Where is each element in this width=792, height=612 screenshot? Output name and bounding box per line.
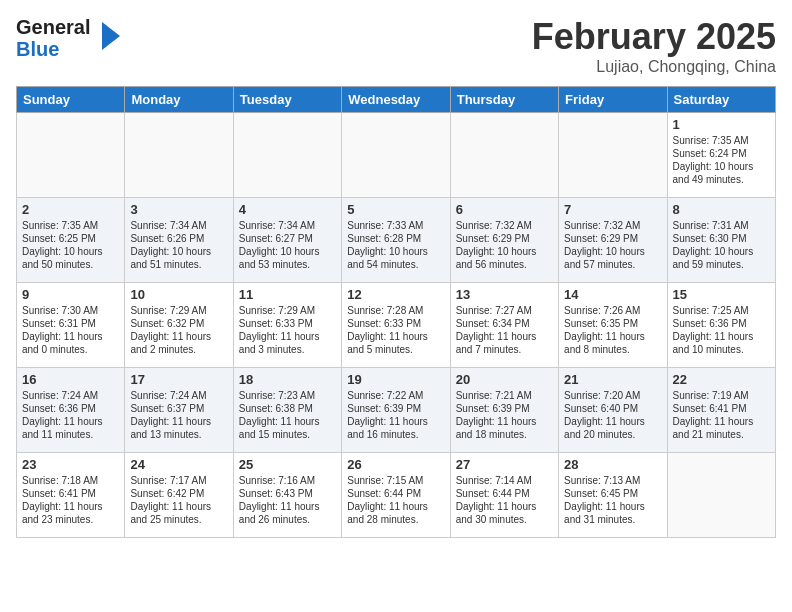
day-info: Daylight: 10 hours and 50 minutes.	[22, 245, 119, 271]
calendar-cell: 9Sunrise: 7:30 AMSunset: 6:31 PMDaylight…	[17, 283, 125, 368]
day-info: Sunrise: 7:18 AM	[22, 474, 119, 487]
day-number: 11	[239, 287, 336, 302]
day-info: Sunset: 6:36 PM	[22, 402, 119, 415]
day-info: Sunset: 6:45 PM	[564, 487, 661, 500]
day-number: 16	[22, 372, 119, 387]
day-info: Daylight: 11 hours and 28 minutes.	[347, 500, 444, 526]
day-number: 5	[347, 202, 444, 217]
day-info: Sunset: 6:24 PM	[673, 147, 770, 160]
calendar-header-saturday: Saturday	[667, 87, 775, 113]
calendar-cell: 11Sunrise: 7:29 AMSunset: 6:33 PMDayligh…	[233, 283, 341, 368]
day-info: Daylight: 11 hours and 10 minutes.	[673, 330, 770, 356]
title-area: February 2025 Lujiao, Chongqing, China	[532, 16, 776, 76]
calendar-cell: 1Sunrise: 7:35 AMSunset: 6:24 PMDaylight…	[667, 113, 775, 198]
day-number: 21	[564, 372, 661, 387]
day-info: Sunset: 6:39 PM	[347, 402, 444, 415]
day-info: Sunset: 6:43 PM	[239, 487, 336, 500]
day-number: 1	[673, 117, 770, 132]
day-info: Sunrise: 7:31 AM	[673, 219, 770, 232]
day-number: 3	[130, 202, 227, 217]
day-number: 6	[456, 202, 553, 217]
day-info: Sunrise: 7:19 AM	[673, 389, 770, 402]
day-number: 4	[239, 202, 336, 217]
day-number: 22	[673, 372, 770, 387]
day-number: 18	[239, 372, 336, 387]
day-number: 14	[564, 287, 661, 302]
calendar-week-1: 2Sunrise: 7:35 AMSunset: 6:25 PMDaylight…	[17, 198, 776, 283]
calendar-cell	[450, 113, 558, 198]
calendar-cell: 12Sunrise: 7:28 AMSunset: 6:33 PMDayligh…	[342, 283, 450, 368]
location: Lujiao, Chongqing, China	[532, 58, 776, 76]
day-info: Daylight: 11 hours and 2 minutes.	[130, 330, 227, 356]
calendar-header-sunday: Sunday	[17, 87, 125, 113]
day-info: Sunset: 6:33 PM	[347, 317, 444, 330]
day-number: 8	[673, 202, 770, 217]
day-info: Sunrise: 7:13 AM	[564, 474, 661, 487]
day-info: Sunrise: 7:24 AM	[130, 389, 227, 402]
calendar-week-3: 16Sunrise: 7:24 AMSunset: 6:36 PMDayligh…	[17, 368, 776, 453]
calendar-cell: 18Sunrise: 7:23 AMSunset: 6:38 PMDayligh…	[233, 368, 341, 453]
calendar-cell: 22Sunrise: 7:19 AMSunset: 6:41 PMDayligh…	[667, 368, 775, 453]
day-info: Daylight: 11 hours and 16 minutes.	[347, 415, 444, 441]
calendar-cell: 8Sunrise: 7:31 AMSunset: 6:30 PMDaylight…	[667, 198, 775, 283]
calendar-body: 1Sunrise: 7:35 AMSunset: 6:24 PMDaylight…	[17, 113, 776, 538]
calendar-cell: 26Sunrise: 7:15 AMSunset: 6:44 PMDayligh…	[342, 453, 450, 538]
header: General Blue February 2025 Lujiao, Chong…	[16, 16, 776, 76]
day-number: 28	[564, 457, 661, 472]
calendar-cell: 5Sunrise: 7:33 AMSunset: 6:28 PMDaylight…	[342, 198, 450, 283]
day-number: 7	[564, 202, 661, 217]
calendar-week-4: 23Sunrise: 7:18 AMSunset: 6:41 PMDayligh…	[17, 453, 776, 538]
day-info: Daylight: 10 hours and 57 minutes.	[564, 245, 661, 271]
day-info: Sunrise: 7:35 AM	[673, 134, 770, 147]
calendar-week-2: 9Sunrise: 7:30 AMSunset: 6:31 PMDaylight…	[17, 283, 776, 368]
day-info: Sunset: 6:27 PM	[239, 232, 336, 245]
calendar-header-wednesday: Wednesday	[342, 87, 450, 113]
calendar-cell	[233, 113, 341, 198]
calendar-header-row: SundayMondayTuesdayWednesdayThursdayFrid…	[17, 87, 776, 113]
day-info: Sunrise: 7:23 AM	[239, 389, 336, 402]
day-number: 10	[130, 287, 227, 302]
day-info: Sunset: 6:28 PM	[347, 232, 444, 245]
day-info: Daylight: 11 hours and 26 minutes.	[239, 500, 336, 526]
logo-arrow-icon	[102, 22, 120, 50]
day-info: Daylight: 11 hours and 31 minutes.	[564, 500, 661, 526]
calendar-cell	[17, 113, 125, 198]
day-info: Daylight: 11 hours and 21 minutes.	[673, 415, 770, 441]
logo: General Blue	[16, 16, 116, 68]
day-info: Daylight: 10 hours and 54 minutes.	[347, 245, 444, 271]
calendar-cell: 10Sunrise: 7:29 AMSunset: 6:32 PMDayligh…	[125, 283, 233, 368]
day-number: 2	[22, 202, 119, 217]
day-info: Sunrise: 7:33 AM	[347, 219, 444, 232]
day-info: Sunset: 6:26 PM	[130, 232, 227, 245]
day-number: 25	[239, 457, 336, 472]
calendar-cell	[667, 453, 775, 538]
calendar: SundayMondayTuesdayWednesdayThursdayFrid…	[16, 86, 776, 538]
day-info: Daylight: 11 hours and 23 minutes.	[22, 500, 119, 526]
day-info: Sunset: 6:33 PM	[239, 317, 336, 330]
day-info: Sunrise: 7:34 AM	[130, 219, 227, 232]
calendar-cell: 16Sunrise: 7:24 AMSunset: 6:36 PMDayligh…	[17, 368, 125, 453]
day-info: Daylight: 11 hours and 30 minutes.	[456, 500, 553, 526]
day-info: Daylight: 11 hours and 0 minutes.	[22, 330, 119, 356]
calendar-week-0: 1Sunrise: 7:35 AMSunset: 6:24 PMDaylight…	[17, 113, 776, 198]
day-info: Sunset: 6:31 PM	[22, 317, 119, 330]
day-info: Sunrise: 7:32 AM	[456, 219, 553, 232]
calendar-header-thursday: Thursday	[450, 87, 558, 113]
day-number: 12	[347, 287, 444, 302]
day-info: Daylight: 10 hours and 53 minutes.	[239, 245, 336, 271]
day-info: Daylight: 11 hours and 15 minutes.	[239, 415, 336, 441]
calendar-cell: 23Sunrise: 7:18 AMSunset: 6:41 PMDayligh…	[17, 453, 125, 538]
day-info: Sunrise: 7:28 AM	[347, 304, 444, 317]
day-info: Sunrise: 7:24 AM	[22, 389, 119, 402]
calendar-cell: 27Sunrise: 7:14 AMSunset: 6:44 PMDayligh…	[450, 453, 558, 538]
day-info: Daylight: 10 hours and 59 minutes.	[673, 245, 770, 271]
day-info: Sunset: 6:40 PM	[564, 402, 661, 415]
calendar-cell	[125, 113, 233, 198]
day-info: Sunrise: 7:16 AM	[239, 474, 336, 487]
day-info: Sunset: 6:30 PM	[673, 232, 770, 245]
day-info: Daylight: 10 hours and 49 minutes.	[673, 160, 770, 186]
day-info: Daylight: 11 hours and 20 minutes.	[564, 415, 661, 441]
day-number: 27	[456, 457, 553, 472]
calendar-cell: 15Sunrise: 7:25 AMSunset: 6:36 PMDayligh…	[667, 283, 775, 368]
day-info: Daylight: 11 hours and 18 minutes.	[456, 415, 553, 441]
